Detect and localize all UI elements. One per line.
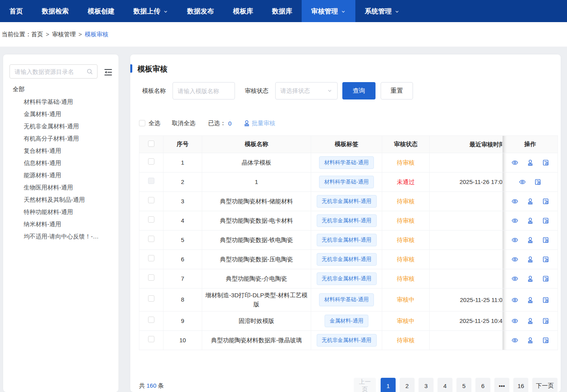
row-checkbox[interactable] [148,236,154,242]
audit-record-icon[interactable] [542,337,549,344]
deselect-all-button[interactable]: 取消全选 [172,120,195,127]
view-eye-icon[interactable] [511,296,518,304]
nav-item-1[interactable]: 首页 [0,0,32,22]
approve-stamp-icon[interactable] [527,159,534,166]
nav-item-6[interactable]: 模板库 [223,0,263,22]
nav-item-3[interactable]: 模板创建 [78,0,124,22]
audit-record-icon[interactable] [542,236,549,244]
breadcrumb-separator: > [46,31,49,38]
header-checkbox[interactable] [148,141,154,147]
table-row: 21材料科学基础-通用未通过2025-11-26 17:04 [139,173,558,192]
page-button-2[interactable]: 2 [400,378,415,392]
page-button-4[interactable]: 4 [437,378,452,392]
tree-item-12[interactable]: 均不适用-请向中心反馈！-… [3,230,118,242]
nav-item-2[interactable]: 数据检索 [32,0,78,22]
tree-item-4[interactable]: 有机高分子材料-通用 [3,132,118,144]
sidebar-search-box[interactable] [9,64,98,79]
row-index: 10 [163,331,202,350]
view-eye-icon[interactable] [511,337,518,344]
audit-record-icon[interactable] [542,159,549,166]
audit-record-icon[interactable] [542,317,549,324]
nav-item-label: 数据检索 [42,7,69,16]
prev-page-button[interactable]: 上一页 [354,378,376,392]
view-eye-icon[interactable] [511,159,518,166]
chevron-down-icon [163,9,168,14]
tree-item-8[interactable]: 生物医用材料-通用 [3,181,118,193]
row-actions [506,317,554,324]
nav-item-4[interactable]: 数据上传 [124,0,178,22]
next-page-button[interactable]: 下一页 [532,378,558,392]
approve-stamp-icon[interactable] [527,296,534,304]
tree-item-7[interactable]: 能源材料-通用 [3,169,118,181]
view-eye-icon[interactable] [511,275,518,282]
row-checkbox[interactable] [148,317,154,323]
breadcrumb-item-2[interactable]: 审核管理 [52,31,76,38]
audit-table: 序号 模板名称 模板标签 审核状态 最近审核时间 操作 1晶体学模板材料科学基础… [139,135,558,350]
page-button-6[interactable]: 6 [475,378,490,392]
tree-item-all[interactable]: 全部 [3,83,118,96]
tree-item-1[interactable]: 材料科学基础-通用 [3,96,118,108]
view-eye-icon[interactable] [519,178,526,186]
row-checkbox[interactable] [148,178,154,184]
select-all-label[interactable]: 全选 [148,120,160,127]
audit-record-icon[interactable] [534,178,541,186]
tree-item-3[interactable]: 无机非金属材料-通用 [3,120,118,132]
row-checkbox[interactable] [148,255,154,261]
audit-record-icon[interactable] [542,275,549,282]
breadcrumb-item-1[interactable]: 首页 [31,31,43,38]
row-checkbox[interactable] [148,158,154,165]
audit-record-icon[interactable] [542,256,549,263]
select-all-checkbox[interactable] [139,120,145,126]
audit-record-icon[interactable] [542,198,549,205]
approve-stamp-icon[interactable] [527,217,534,224]
approve-stamp-icon[interactable] [527,337,534,344]
tree-item-5[interactable]: 复合材料-通用 [3,144,118,157]
row-checkbox[interactable] [148,216,154,223]
approve-stamp-icon[interactable] [527,317,534,324]
page-button-16[interactable]: 16 [513,378,528,392]
page-ellipsis-button[interactable]: ••• [494,378,509,392]
row-checkbox[interactable] [148,336,154,342]
table-row: 5典型功能陶瓷数据-铁电陶瓷无机非金属材料-通用待审核 [139,231,558,250]
nav-item-8[interactable]: 审核管理 [302,0,355,22]
template-name-field[interactable] [173,82,235,99]
sidebar-search-input[interactable] [15,68,86,75]
template-name-input[interactable] [178,88,230,94]
approve-stamp-icon[interactable] [527,236,534,244]
view-eye-icon[interactable] [511,198,518,205]
breadcrumb-item-3[interactable]: 模板审核 [85,31,109,38]
page-button-5[interactable]: 5 [456,378,471,392]
approve-stamp-icon[interactable] [527,256,534,263]
search-button[interactable]: 查询 [342,82,375,99]
audit-record-icon[interactable] [542,217,549,224]
audit-record-icon[interactable] [542,296,549,304]
table-row: 10典型功能陶瓷材料数据库-微晶玻璃无机非金属材料-通用待审核 [139,331,558,350]
view-eye-icon[interactable] [511,317,518,324]
nav-item-5[interactable]: 数据发布 [178,0,223,22]
nav-item-9[interactable]: 系统管理 [355,0,409,22]
page-button-3[interactable]: 3 [419,378,434,392]
page-button-1[interactable]: 1 [381,378,396,392]
tree-item-9[interactable]: 天然材料及其制品-通用 [3,193,118,206]
row-template-name: 典型功能陶瓷数据-铁电陶瓷 [202,231,311,250]
batch-audit-button[interactable]: 批量审核 [243,120,275,127]
tree-item-6[interactable]: 信息材料-通用 [3,157,118,169]
row-checkbox[interactable] [148,274,154,281]
view-eye-icon[interactable] [511,217,518,224]
audit-status-select[interactable]: 请选择状态 [275,82,338,99]
approve-stamp-icon[interactable] [527,275,534,282]
reset-button[interactable]: 重置 [381,82,413,99]
view-eye-icon[interactable] [511,256,518,263]
stamp-icon [243,120,250,127]
tree-item-11[interactable]: 纳米材料-通用 [3,218,118,230]
tree-item-2[interactable]: 金属材料-通用 [3,108,118,120]
approve-stamp-icon[interactable] [527,198,534,205]
tree-item-10[interactable]: 特种功能材料-通用 [3,206,118,218]
nav-item-7[interactable]: 数据库 [263,0,302,22]
row-checkbox[interactable] [148,295,154,302]
row-checkbox[interactable] [148,197,154,203]
template-tag: 无机非金属材料-通用 [317,214,377,227]
audit-status-label: 审核状态 [245,87,268,95]
view-eye-icon[interactable] [511,236,518,244]
menu-fold-icon[interactable] [103,68,113,76]
